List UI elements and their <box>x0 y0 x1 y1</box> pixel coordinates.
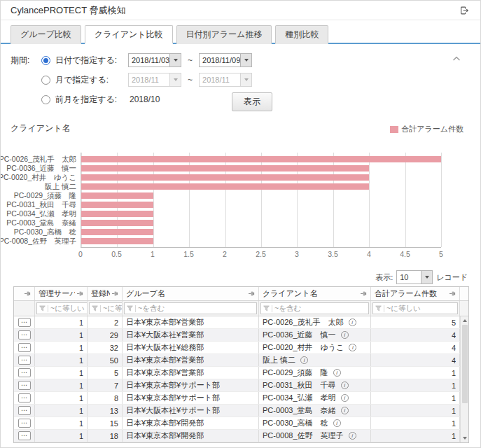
tab-alarm-trend-by-date[interactable]: 日付別アラーム推移 <box>176 25 272 44</box>
bar-category-label: PC-0034_弘瀬 孝明 <box>6 209 76 219</box>
column-header-1[interactable]: 管理サーバーNo <box>35 287 88 300</box>
scroll-up-icon[interactable] <box>461 316 468 325</box>
scroll-down-icon[interactable] <box>461 434 468 442</box>
row-options-button[interactable]: ⋯ <box>18 368 31 377</box>
column-header-label: 管理サーバーNo <box>39 288 75 299</box>
cell-value: 日本¥東京本部¥営業部 <box>126 317 204 328</box>
date-to-select[interactable]: 2018/11/09 <box>199 53 252 67</box>
row-options-button[interactable]: ⋯ <box>18 431 31 440</box>
info-icon[interactable]: i <box>333 369 341 377</box>
row-options-button[interactable]: ⋯ <box>18 419 31 428</box>
cell-group-name: 日本¥東京本部¥開発部 <box>123 417 259 429</box>
row-actions-cell: ⋯ <box>14 354 35 366</box>
date-from-value: 2018/11/03 <box>129 56 169 64</box>
radio-previous-month[interactable] <box>41 95 50 104</box>
cell-client-name: PC-0029_須藤 隆i <box>259 367 371 379</box>
logout-icon[interactable] <box>459 6 469 15</box>
row-options-button[interactable]: ⋯ <box>18 343 31 352</box>
filter-input[interactable]: ~に等しい <box>89 302 123 314</box>
dropdown-arrow-icon[interactable] <box>421 271 432 284</box>
radio-date-range[interactable] <box>41 56 50 65</box>
row-actions-cell: ⋯ <box>14 430 35 442</box>
bar <box>81 192 153 199</box>
info-icon[interactable]: i <box>349 318 356 326</box>
row-actions-cell: ⋯ <box>14 392 35 404</box>
filter-funnel-icon[interactable] <box>39 304 46 313</box>
pin-column-icon[interactable] <box>246 290 255 297</box>
pin-column-icon[interactable] <box>358 290 367 297</box>
row-actions-cell: ⋯ <box>14 405 35 416</box>
filter-funnel-icon[interactable] <box>263 304 270 313</box>
info-icon[interactable]: i <box>341 407 349 414</box>
x-axis-tick-label: 5 <box>439 250 443 258</box>
filter-cell-5: ~に等しい <box>371 301 460 316</box>
cell-registration-no: 29 <box>88 329 123 341</box>
tab-type-comparison[interactable]: 種別比較 <box>275 25 328 44</box>
vertical-scrollbar[interactable] <box>460 316 468 442</box>
tab-client-comparison[interactable]: クライアント比較 <box>85 25 173 44</box>
filter-input[interactable]: ~を含む <box>260 302 369 314</box>
info-icon[interactable]: i <box>349 344 356 351</box>
cell-client-name: PC-0030_高橋 稔i <box>259 417 371 429</box>
pin-column-icon[interactable] <box>447 290 456 297</box>
filter-funnel-icon[interactable] <box>375 304 382 313</box>
filter-funnel-icon[interactable] <box>127 304 133 313</box>
row-options-button[interactable]: ⋯ <box>18 393 31 402</box>
cell-value: 1 <box>79 382 83 390</box>
pin-column-icon[interactable] <box>110 290 118 297</box>
cell-value: 4 <box>452 356 456 365</box>
cell-alarm-count: 4 <box>371 342 460 354</box>
filter-cell-3: ~を含む <box>123 301 259 316</box>
x-axis-tick-label: 4.5 <box>400 250 410 258</box>
dropdown-arrow-icon[interactable] <box>240 54 251 66</box>
dropdown-arrow-icon[interactable] <box>169 54 181 66</box>
show-button[interactable]: 表示 <box>232 92 272 111</box>
row-options-button[interactable]: ⋯ <box>18 318 31 327</box>
info-icon[interactable]: i <box>341 331 349 339</box>
scrollbar-thumb[interactable] <box>462 325 468 403</box>
info-icon[interactable]: i <box>300 356 308 364</box>
cell-client-name: PC-0003_堂島 奈緒i <box>259 405 371 416</box>
pin-column-icon[interactable] <box>75 290 83 297</box>
radio-month-range[interactable] <box>41 76 50 85</box>
row-options-button[interactable]: ⋯ <box>18 406 31 415</box>
cell-value: 1 <box>79 369 83 377</box>
column-header-5[interactable]: 合計アラーム件数 <box>371 287 460 300</box>
tab-group-comparison[interactable]: グループ比較 <box>11 25 81 44</box>
cell-value: 5 <box>114 369 118 377</box>
cell-value: 1 <box>79 356 83 365</box>
chart-header: クライアント名 合計アラーム件数 <box>1 118 480 134</box>
row-options-button[interactable]: ⋯ <box>18 381 31 390</box>
bar-row: 阪上 慎二 <box>81 182 441 191</box>
row-options-button[interactable]: ⋯ <box>18 356 31 365</box>
column-header-3[interactable]: グループ名 <box>123 287 259 300</box>
info-icon[interactable]: i <box>341 382 349 389</box>
pin-column-icon[interactable] <box>22 290 31 297</box>
filter-input[interactable]: ~に等しい <box>36 302 88 314</box>
cell-value: 1 <box>452 394 456 402</box>
info-icon[interactable]: i <box>349 432 356 440</box>
info-icon[interactable]: i <box>341 394 349 402</box>
cell-value: 1 <box>79 432 83 440</box>
bar <box>81 183 369 190</box>
column-header-2[interactable]: 登録No <box>88 287 123 300</box>
filter-input[interactable]: ~を含む <box>124 302 257 314</box>
cell-value: 4 <box>452 331 456 340</box>
filter-input[interactable]: ~に等しい <box>372 302 458 314</box>
column-header-4[interactable]: クライアント名 <box>259 287 371 300</box>
filter-funnel-icon[interactable] <box>92 304 98 313</box>
bar-row: PC-0029_須藤 隆 <box>81 191 441 200</box>
cell-value: PC-0003_堂島 奈緒 <box>263 405 336 416</box>
page-size-select[interactable]: 10 <box>396 270 433 284</box>
date-from-select[interactable]: 2018/11/03 <box>128 53 181 67</box>
row-options-button[interactable]: ⋯ <box>18 330 31 340</box>
bar <box>81 220 153 226</box>
grid-header-filler <box>460 287 468 300</box>
info-icon[interactable]: i <box>333 419 341 427</box>
collapse-chevron-icon[interactable] <box>452 54 461 64</box>
cell-alarm-count: 1 <box>371 379 460 391</box>
bar <box>81 156 441 162</box>
cell-value: 4 <box>452 344 456 352</box>
bar-category-label: PC-0020_村井 ゆうこ <box>0 173 76 183</box>
cell-group-name: 日本¥東京本部¥サポート部 <box>123 379 259 391</box>
